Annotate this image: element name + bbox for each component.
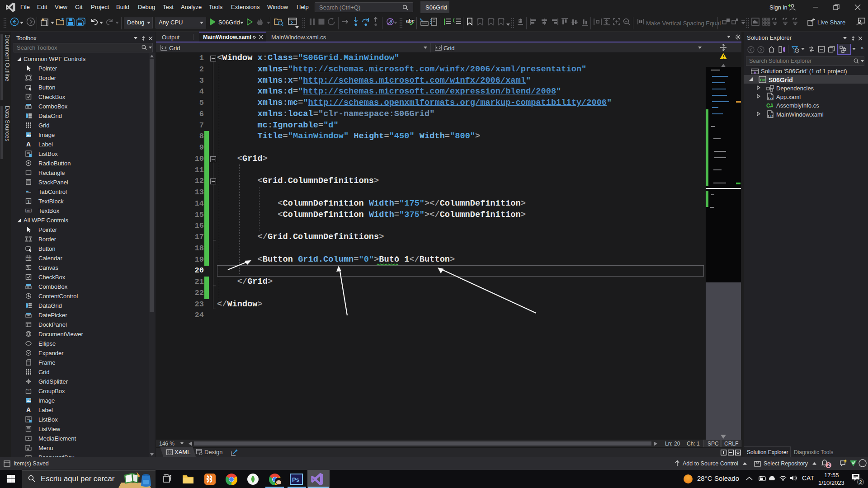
svg-text:Ps: Ps (292, 476, 299, 483)
svg-text:C#: C# (760, 77, 766, 82)
svg-text:C#: C# (766, 103, 774, 108)
svg-text:»: » (861, 45, 863, 51)
